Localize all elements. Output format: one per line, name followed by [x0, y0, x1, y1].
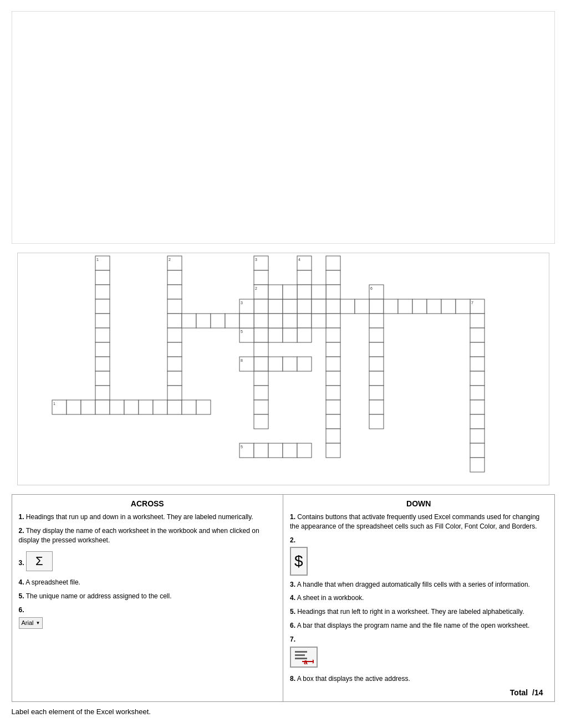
svg-rect-70	[326, 342, 340, 357]
svg-rect-101	[167, 342, 182, 357]
svg-rect-9	[95, 357, 110, 371]
dropdown-arrow: ▼	[36, 620, 40, 626]
svg-rect-98	[268, 443, 283, 458]
svg-rect-126	[355, 299, 369, 314]
svg-text:3: 3	[255, 258, 257, 262]
dollar-sign-image: $	[290, 547, 308, 575]
svg-rect-99	[283, 443, 297, 458]
svg-rect-18	[167, 328, 182, 342]
svg-rect-130	[427, 299, 441, 314]
svg-rect-112	[283, 299, 297, 314]
svg-rect-118	[211, 314, 225, 328]
svg-rect-103	[167, 371, 182, 386]
svg-rect-72	[326, 371, 340, 386]
svg-rect-117	[196, 314, 211, 328]
svg-rect-80	[67, 400, 81, 414]
svg-rect-129	[412, 299, 427, 314]
svg-rect-55	[470, 342, 485, 357]
svg-rect-63	[470, 458, 485, 472]
svg-rect-6	[95, 314, 110, 328]
svg-text:5: 5	[241, 330, 243, 334]
down-clue-1: 1. Contains buttons that activate freque…	[290, 512, 548, 531]
svg-rect-65	[326, 270, 340, 285]
svg-rect-127	[384, 299, 398, 314]
svg-rect-29	[254, 371, 268, 386]
svg-rect-15	[167, 285, 182, 299]
svg-rect-84	[124, 400, 139, 414]
svg-rect-128	[398, 299, 412, 314]
svg-rect-119	[225, 314, 239, 328]
svg-rect-24	[254, 299, 268, 314]
svg-rect-17	[167, 314, 182, 328]
svg-text:8: 8	[241, 358, 243, 362]
svg-rect-77	[326, 443, 340, 458]
svg-rect-124	[312, 299, 326, 314]
svg-rect-38	[297, 314, 312, 328]
svg-rect-10	[95, 371, 110, 386]
sigma-image: Σ	[26, 551, 53, 571]
svg-rect-125	[340, 299, 355, 314]
svg-rect-89	[196, 400, 211, 414]
svg-rect-69	[326, 328, 340, 342]
label-section: Label each element of the Excel workshee…	[12, 708, 555, 716]
across-clue-6: 6. Arial ▼	[19, 606, 277, 629]
svg-rect-113	[268, 314, 283, 328]
svg-rect-108	[283, 328, 297, 342]
svg-rect-76	[326, 429, 340, 443]
down-clue-3: 3. A handle that when dragged automatica…	[290, 580, 548, 589]
font-dropdown[interactable]: Arial ▼	[19, 617, 43, 629]
svg-rect-75	[326, 414, 340, 429]
down-clue-5: 5. Headings that run left to right in a …	[290, 607, 548, 617]
svg-rect-14	[167, 270, 182, 285]
svg-rect-49	[369, 400, 384, 414]
down-heading: DOWN	[290, 499, 548, 508]
across-clues: ACROSS 1. Headings that run up and down …	[12, 495, 284, 701]
across-clue-2: 2. They display the name of each workshe…	[19, 526, 277, 545]
svg-rect-35	[297, 270, 312, 285]
svg-rect-115	[312, 314, 326, 328]
svg-rect-83	[110, 400, 124, 414]
svg-rect-60	[470, 414, 485, 429]
svg-rect-132	[456, 299, 470, 314]
format-icon: a	[290, 647, 318, 668]
svg-rect-116	[182, 314, 196, 328]
svg-rect-32	[254, 414, 268, 429]
svg-rect-82	[95, 400, 110, 414]
total-score: Total /14	[290, 688, 548, 697]
label-text: Label each element of the Excel workshee…	[12, 708, 151, 716]
svg-rect-43	[369, 314, 384, 328]
down-clue-6: 6. A bar that displays the program name …	[290, 621, 548, 630]
svg-text:2: 2	[169, 258, 171, 262]
svg-marker-138	[313, 659, 314, 664]
svg-rect-104	[167, 386, 182, 400]
down-clue-7: 7. a	[290, 635, 548, 670]
svg-rect-44	[369, 328, 384, 342]
svg-rect-5	[95, 299, 110, 314]
across-clue-4: 4. A spreadsheet file.	[19, 578, 277, 587]
svg-rect-53	[470, 314, 485, 328]
svg-rect-123	[312, 285, 326, 299]
svg-rect-114	[283, 314, 297, 328]
across-clue-1: 1. Headings that run up and down in a wo…	[19, 512, 277, 522]
svg-rect-122	[283, 285, 297, 299]
svg-rect-48	[369, 386, 384, 400]
down-clues: DOWN 1. Contains buttons that activate f…	[283, 495, 554, 701]
svg-rect-133	[295, 651, 307, 653]
svg-rect-93	[283, 357, 297, 371]
svg-rect-111	[268, 299, 283, 314]
across-clue-5: 5. The unique name or address assigned t…	[19, 592, 277, 601]
crossword-grid: // We'll define the grid programmaticall…	[12, 11, 555, 244]
svg-text:3: 3	[241, 301, 243, 305]
svg-rect-131	[441, 299, 456, 314]
svg-text:4: 4	[298, 258, 300, 262]
svg-rect-28	[254, 357, 268, 371]
across-heading: ACROSS	[19, 499, 277, 508]
svg-rect-31	[254, 400, 268, 414]
svg-rect-73	[326, 386, 340, 400]
svg-rect-68	[326, 314, 340, 328]
svg-text:1: 1	[53, 402, 55, 406]
svg-rect-62	[470, 443, 485, 458]
svg-rect-4	[95, 285, 110, 299]
svg-rect-21	[254, 270, 268, 285]
down-clue-4: 4. A sheet in a workbook.	[290, 593, 548, 603]
